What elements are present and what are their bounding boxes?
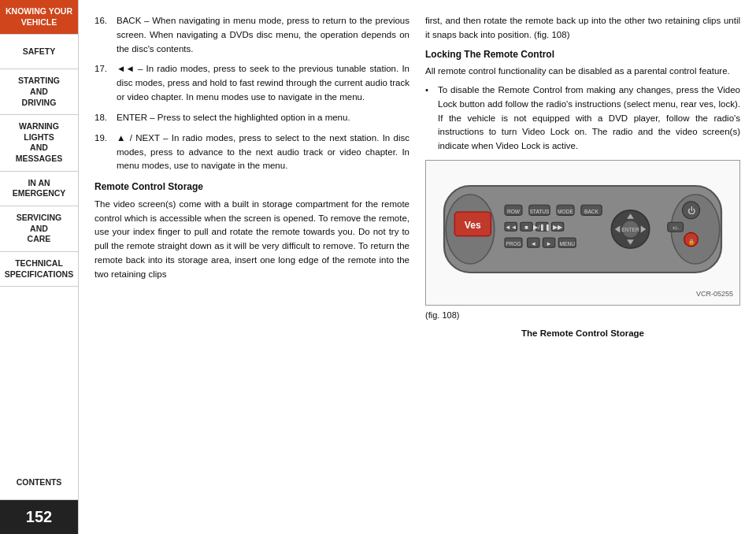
svg-text:Ves: Ves — [465, 220, 481, 231]
svg-text:◄: ◄ — [530, 240, 536, 247]
locking-bullet-item: • To disable the Remote Control from mak… — [425, 83, 740, 154]
remote-storage-heading: Remote Control Storage — [94, 180, 410, 195]
svg-text:MODE: MODE — [558, 209, 573, 214]
main-content: 16. BACK – When navigating in menu mode,… — [79, 0, 756, 534]
svg-text:⏻: ⏻ — [687, 206, 695, 215]
remote-storage-text: The video screen(s) come with a built in… — [94, 198, 410, 282]
fig-caption: (fig. 108) — [425, 309, 740, 322]
bullet-dot: • — [425, 83, 433, 154]
sidebar-item-starting-label: STARTINGANDDRIVING — [18, 76, 60, 108]
list-item-17: 17. ◄◄ – In radio modes, press to seek t… — [94, 62, 410, 104]
left-column: 16. BACK – When navigating in menu mode,… — [94, 14, 410, 526]
svg-text:■: ■ — [524, 224, 528, 231]
list-text-19: ▲ / NEXT – In radio modes, press to sele… — [117, 132, 410, 173]
list-num-16: 16. — [94, 14, 117, 56]
locking-intro: All remote control functionality can be … — [425, 65, 740, 79]
sidebar-item-safety-label: SAFETY — [23, 46, 55, 57]
list-item-16: 16. BACK – When navigating in menu mode,… — [94, 14, 410, 56]
remote-image-box: Ves ROW STATUS MODE ENTER — [425, 160, 740, 306]
list-text-16: BACK – When navigating in menu mode, pre… — [117, 14, 410, 56]
svg-text:◄◄: ◄◄ — [505, 224, 517, 231]
sidebar-item-servicing-label: SERVICINGANDCARE — [17, 213, 62, 245]
sidebar-item-servicing[interactable]: SERVICINGANDCARE — [0, 206, 78, 252]
svg-text:🔒: 🔒 — [688, 238, 695, 245]
sidebar-item-emergency[interactable]: IN ANEMERGENCY — [0, 172, 78, 206]
sidebar-item-knowing[interactable]: KNOWING YOUR VEHICLE — [0, 0, 78, 35]
sidebar-item-technical[interactable]: TECHNICALSPECIFICATIONS — [0, 252, 78, 287]
svg-text:+/-: +/- — [673, 225, 679, 231]
svg-text:▶/❚❚: ▶/❚❚ — [533, 224, 550, 231]
sidebar-item-starting[interactable]: STARTINGANDDRIVING — [0, 69, 78, 115]
list-item-18: 18. ENTER – Press to select the highligh… — [94, 111, 410, 125]
list-num-19: 19. — [94, 132, 117, 173]
svg-text:ROW: ROW — [507, 209, 521, 214]
image-code-label: VCR-05255 — [696, 289, 733, 300]
sidebar-item-knowing-label: KNOWING YOUR VEHICLE — [3, 6, 75, 28]
img-caption: The Remote Control Storage — [425, 327, 740, 341]
svg-text:BACK: BACK — [584, 209, 599, 214]
svg-text:ENTER: ENTER — [621, 227, 639, 232]
sidebar-item-warning[interactable]: WARNINGLIGHTSANDMESSAGES — [0, 115, 78, 172]
list-num-17: 17. — [94, 62, 117, 104]
right-column: first, and then rotate the remote back u… — [425, 14, 740, 526]
sidebar-item-technical-label: TECHNICALSPECIFICATIONS — [5, 258, 73, 280]
sidebar-item-contents-label: CONTENTS — [17, 477, 62, 488]
locking-heading: Locking The Remote Control — [425, 47, 740, 62]
sidebar-item-emergency-label: IN ANEMERGENCY — [13, 178, 66, 199]
svg-text:STATUS: STATUS — [529, 209, 550, 214]
list-text-18: ENTER – Press to select the highlighted … — [117, 111, 410, 125]
locking-bullet-text: To disable the Remote Control from makin… — [438, 83, 740, 154]
sidebar-item-safety[interactable]: SAFETY — [0, 35, 78, 69]
svg-text:PROG: PROG — [506, 241, 521, 247]
sidebar-item-contents[interactable]: CONTENTS — [0, 465, 78, 500]
list-num-18: 18. — [94, 111, 117, 125]
sidebar-item-warning-label: WARNINGLIGHTSANDMESSAGES — [16, 121, 63, 165]
svg-text:►: ► — [546, 240, 552, 247]
svg-text:▶▶: ▶▶ — [553, 224, 563, 231]
remote-control-image: Ves ROW STATUS MODE ENTER — [435, 169, 730, 299]
list-text-17: ◄◄ – In radio modes, press to seek to th… — [117, 62, 410, 104]
sidebar: KNOWING YOUR VEHICLE SAFETY STARTINGANDD… — [0, 0, 79, 534]
continued-text: first, and then rotate the remote back u… — [425, 14, 740, 43]
list-item-19: 19. ▲ / NEXT – In radio modes, press to … — [94, 132, 410, 173]
svg-text:MENU: MENU — [559, 241, 575, 247]
page-number: 152 — [0, 500, 78, 534]
